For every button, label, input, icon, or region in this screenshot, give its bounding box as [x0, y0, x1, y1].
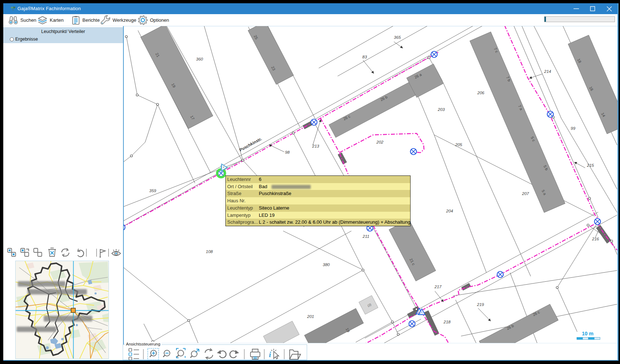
- svg-text:205: 205: [455, 142, 462, 147]
- svg-text:214: 214: [544, 69, 551, 74]
- svg-text:83: 83: [362, 55, 367, 59]
- svg-text:218: 218: [443, 320, 451, 324]
- svg-text:359: 359: [149, 189, 156, 193]
- svg-text:203: 203: [437, 107, 445, 112]
- svg-text:108: 108: [206, 249, 213, 254]
- svg-text:213: 213: [312, 144, 319, 148]
- svg-text:360: 360: [196, 57, 203, 61]
- svg-text:215: 215: [587, 163, 594, 167]
- svg-text:365: 365: [394, 35, 401, 40]
- svg-text:219: 219: [477, 302, 484, 307]
- svg-text:201: 201: [307, 314, 314, 319]
- svg-text:207: 207: [522, 191, 529, 196]
- svg-text:204: 204: [446, 209, 453, 213]
- svg-text:217: 217: [434, 285, 442, 289]
- svg-text:i: i: [269, 351, 271, 359]
- svg-text:206: 206: [477, 91, 485, 95]
- svg-text:10 m: 10 m: [582, 331, 594, 336]
- svg-text:211: 211: [362, 234, 369, 239]
- svg-text:202: 202: [376, 140, 384, 144]
- svg-text:99: 99: [571, 126, 575, 131]
- svg-text:216: 216: [592, 237, 599, 241]
- svg-text:380: 380: [323, 262, 330, 267]
- svg-text:98: 98: [285, 150, 290, 154]
